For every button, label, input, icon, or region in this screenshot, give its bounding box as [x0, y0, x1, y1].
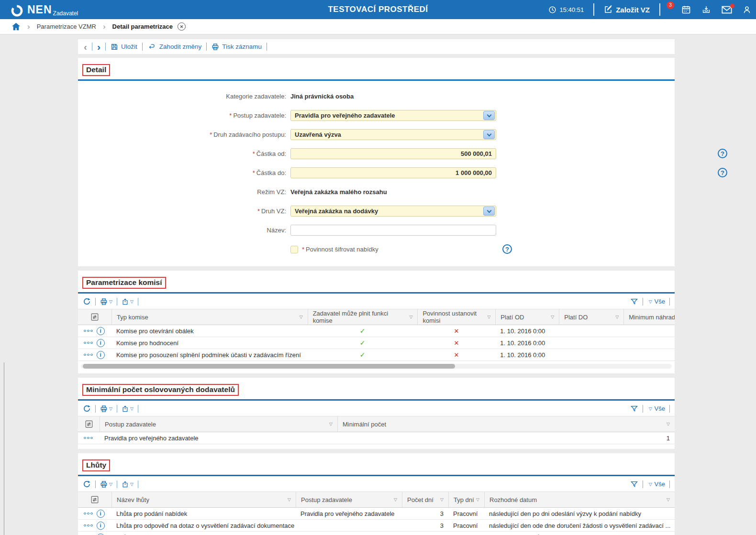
- table-row[interactable]: i Komise pro hodnocení ✓ ✕ 1. 10. 2016 0…: [78, 337, 675, 349]
- next-record-button[interactable]: ›: [97, 43, 100, 51]
- druh-postupu-select[interactable]: Uzavřená výzva: [290, 129, 496, 140]
- chevron-down-icon[interactable]: [483, 111, 495, 120]
- help-icon[interactable]: ?: [718, 168, 727, 177]
- save-label: Uložit: [121, 43, 137, 50]
- left-edge-line: [4, 362, 4, 535]
- row-menu-icon[interactable]: [84, 354, 93, 356]
- save-button[interactable]: Uložit: [111, 43, 137, 51]
- postup-cell: Pravidla pro veřejného zadavatele: [296, 510, 402, 517]
- dropdown-triangle-icon: ▽: [109, 482, 112, 487]
- column-header[interactable]: Minimum náhradn: [623, 309, 675, 325]
- filter-button[interactable]: [630, 480, 638, 488]
- table-row[interactable]: i Komise pro posouzení splnění podmínek …: [78, 349, 675, 361]
- create-vz-button[interactable]: Založit VZ: [604, 5, 650, 14]
- druh-vz-select[interactable]: Veřejná zakázka na dodávky: [290, 206, 496, 217]
- close-tab-icon[interactable]: ✕: [178, 22, 186, 31]
- help-icon[interactable]: ?: [502, 244, 512, 254]
- prev-record-button[interactable]: ‹: [84, 43, 87, 51]
- top-app-bar: NEN Zadavatel TESTOVACÍ PROSTŘEDÍ 15:40:…: [0, 0, 756, 19]
- nen-logo[interactable]: NEN Zadavatel: [11, 2, 78, 17]
- show-all-button[interactable]: Vše: [655, 298, 665, 305]
- row-menu-icon[interactable]: [84, 330, 93, 332]
- column-header[interactable]: Rozhodné datum▽: [484, 492, 675, 507]
- row-menu-icon[interactable]: [84, 513, 93, 515]
- selected-value: Pravidla pro veřejného zadavatele: [295, 112, 395, 119]
- column-header[interactable]: Postup zadavatele▽: [296, 492, 402, 507]
- nazev-input[interactable]: [290, 225, 496, 236]
- field-label: *Částka do:: [78, 169, 286, 176]
- discard-changes-button[interactable]: Zahodit změny: [147, 43, 202, 50]
- help-icon[interactable]: ?: [718, 149, 727, 158]
- detail-section: Detail Kategorie zadavatele: Jiná právni…: [78, 58, 675, 266]
- dropdown-triangle-icon: ▽: [130, 482, 133, 487]
- breadcrumb-item-parametrizace[interactable]: Parametrizace VZMR: [37, 23, 96, 30]
- info-icon[interactable]: i: [97, 327, 105, 335]
- column-header[interactable]: Minimální počet▽: [337, 416, 675, 432]
- column-settings-button[interactable]: [78, 416, 100, 432]
- row-menu-icon[interactable]: [84, 342, 93, 344]
- print-grid-button[interactable]: ▽: [100, 405, 112, 413]
- column-header[interactable]: Postup zadavatele▽: [100, 416, 337, 432]
- info-icon[interactable]: i: [97, 339, 105, 347]
- filter-button[interactable]: [630, 405, 638, 413]
- column-header[interactable]: Platí OD▽: [495, 309, 559, 325]
- calendar-button[interactable]: [681, 5, 691, 14]
- field-value: Jiná právnická osoba: [290, 93, 354, 100]
- print-grid-button[interactable]: ▽: [100, 298, 112, 306]
- filter-button[interactable]: [630, 298, 638, 306]
- column-settings-button[interactable]: [78, 492, 111, 507]
- castka-od-input[interactable]: 500 000,01: [290, 148, 496, 159]
- table-row[interactable]: i Lhůta pro odpověď na dotaz o vysvětlen…: [78, 520, 675, 532]
- column-header[interactable]: Povinnost ustanovit komisi▽: [417, 309, 495, 325]
- show-all-button[interactable]: Vše: [655, 480, 665, 488]
- typ-dni-cell: Pracovní: [448, 510, 484, 517]
- export-button[interactable]: ▽: [122, 480, 133, 488]
- breadcrumb-item-detail[interactable]: Detail parametrizace: [112, 23, 173, 30]
- info-icon[interactable]: i: [97, 351, 105, 359]
- refresh-button[interactable]: [83, 297, 91, 306]
- export-button[interactable]: ▽: [122, 405, 133, 413]
- field-label: *Postup zadavatele:: [78, 112, 286, 119]
- field-label: Název:: [78, 227, 286, 234]
- mail-button[interactable]: [722, 6, 732, 14]
- export-button[interactable]: ▽: [122, 298, 133, 306]
- column-header[interactable]: Zadavatel může plnit funkci komise▽: [308, 309, 418, 325]
- field-value: Veřejná zakázka malého rozsahu: [290, 188, 387, 196]
- home-icon[interactable]: [11, 22, 21, 31]
- chevron-down-icon[interactable]: [483, 130, 495, 139]
- discard-label: Zahodit změny: [159, 43, 202, 50]
- column-header[interactable]: Typ komise▽: [111, 309, 308, 325]
- chevron-down-icon[interactable]: [483, 207, 495, 216]
- info-icon[interactable]: i: [97, 510, 105, 518]
- dropdown-triangle-icon: ▽: [130, 299, 133, 304]
- refresh-button[interactable]: [83, 480, 91, 488]
- show-all-button[interactable]: Vše: [655, 405, 665, 412]
- column-header[interactable]: Platí DO▽: [559, 309, 623, 325]
- table-row[interactable]: i Komise pro otevírání obálek ✓ ✕ 1. 10.…: [78, 325, 675, 337]
- sifrovat-checkbox[interactable]: [290, 246, 298, 253]
- profile-button[interactable]: [743, 5, 751, 14]
- print-record-button[interactable]: Tisk záznamu: [211, 43, 262, 51]
- divider: [593, 3, 594, 16]
- row-menu-icon[interactable]: [84, 524, 93, 527]
- horizontal-scrollbar[interactable]: [81, 364, 672, 369]
- download-button[interactable]: [701, 5, 711, 14]
- info-icon[interactable]: i: [97, 534, 105, 535]
- table-row[interactable]: i Lhůta pro zaslání dotazu o vysvětlení …: [78, 532, 675, 535]
- column-header[interactable]: Typ dní▽: [448, 492, 484, 507]
- row-menu-icon[interactable]: [84, 437, 93, 439]
- table-row[interactable]: Pravidla pro veřejného zadavatele 1: [78, 432, 675, 444]
- check-icon: ✓: [360, 351, 366, 359]
- print-label: Tisk záznamu: [222, 43, 262, 50]
- column-settings-button[interactable]: [78, 309, 111, 325]
- print-grid-button[interactable]: ▽: [100, 480, 112, 488]
- table-row[interactable]: i Lhůta pro podání nabídek Pravidla pro …: [78, 508, 675, 520]
- column-header[interactable]: Název lhůty▽: [111, 492, 296, 507]
- column-header[interactable]: Počet dní▽: [402, 492, 448, 507]
- scrollbar-thumb[interactable]: [83, 364, 455, 369]
- castka-do-input[interactable]: 1 000 000,00: [290, 167, 496, 178]
- postup-zadavatele-select[interactable]: Pravidla pro veřejného zadavatele: [290, 110, 496, 121]
- postup-cell: Pravidla pro veřejného zadavatele: [100, 435, 337, 442]
- refresh-button[interactable]: [83, 404, 91, 413]
- info-icon[interactable]: i: [97, 522, 105, 530]
